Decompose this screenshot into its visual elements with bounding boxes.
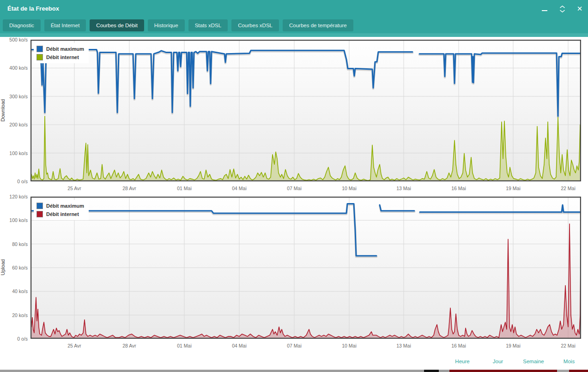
x-tick-label: 19 Mai <box>497 186 529 191</box>
window-edge-segment <box>424 370 439 372</box>
legend-label: Débit internet <box>46 54 79 60</box>
x-tick-label: 25 Avr <box>58 186 91 191</box>
tab-stats-xdsl[interactable]: Stats xDSL <box>188 19 228 31</box>
x-tick-label: 28 Avr <box>113 343 145 348</box>
legend-item: Débit maximum <box>36 45 84 53</box>
download-chart-svg <box>30 40 581 181</box>
x-tick-label: 04 Mai <box>223 186 255 191</box>
background-window-edge <box>0 370 588 372</box>
window-edge-segment <box>0 370 424 372</box>
tab-bar: DiagnosticÉtat InternetCourbes de DébitH… <box>0 18 588 33</box>
range-link-jour[interactable]: Jour <box>479 359 516 364</box>
upload-chart: Débit maximumDébit internet120 ko/s100 k… <box>0 197 588 354</box>
legend-label: Débit maximum <box>46 203 84 209</box>
upload-legend: Débit maximumDébit internet <box>34 200 89 220</box>
legend-item: Débit internet <box>36 53 84 61</box>
x-tick-label: 25 Avr <box>58 343 91 348</box>
window-title: État de la Freebox <box>7 0 59 18</box>
x-tick-label: 01 Mai <box>168 343 200 348</box>
tab-historique[interactable]: Historique <box>148 19 185 31</box>
x-tick-label: 01 Mai <box>168 186 200 191</box>
x-tick-label: 16 Mai <box>443 343 475 348</box>
legend-item: Débit internet <box>36 210 84 218</box>
restore-icon <box>559 6 565 12</box>
legend-item: Débit maximum <box>36 202 84 210</box>
window-controls: ✕ <box>541 0 583 18</box>
x-tick-label: 10 Mai <box>333 186 365 191</box>
maximize-button[interactable] <box>558 5 566 12</box>
y-tick-label: 500 ko/s <box>0 37 28 42</box>
y-tick-label: 20 ko/s <box>0 312 28 318</box>
download-axis-title: Download <box>0 96 6 124</box>
window-edge-segment <box>449 370 557 372</box>
legend-swatch-debit-internet <box>36 211 43 217</box>
download-plot-area: Débit maximumDébit internet <box>30 40 581 181</box>
upload-chart-svg <box>30 197 581 339</box>
tab-courbes-de-temperature[interactable]: Courbes de température <box>283 19 353 31</box>
x-tick-label: 13 Mai <box>388 343 420 348</box>
titlebar: État de la Freebox ✕ <box>0 0 588 18</box>
minimize-icon <box>542 10 547 11</box>
upload-plot-area: Débit maximumDébit internet <box>30 197 581 339</box>
tab-courbes-de-debit[interactable]: Courbes de Débit <box>90 19 144 31</box>
x-tick-label: 10 Mai <box>333 343 365 348</box>
download-legend: Débit maximumDébit internet <box>34 43 89 63</box>
x-tick-label: 04 Mai <box>223 343 255 348</box>
close-icon: ✕ <box>577 5 583 12</box>
window-edge-segment <box>569 370 588 372</box>
range-link-semaine[interactable]: Semaine <box>515 359 552 364</box>
minimize-button[interactable] <box>541 5 548 12</box>
window-edge-segment <box>439 370 449 372</box>
range-link-heure[interactable]: Heure <box>444 359 481 364</box>
y-tick-label: 100 ko/s <box>0 217 28 223</box>
range-link-mois[interactable]: Mois <box>551 359 588 364</box>
x-tick-label: 22 Mai <box>552 186 584 191</box>
legend-swatch-debit-internet <box>36 54 43 60</box>
tab-diagnostic[interactable]: Diagnostic <box>3 19 41 31</box>
x-tick-label: 22 Mai <box>552 343 584 348</box>
tab-courbes-xdsl[interactable]: Courbes xDSL <box>231 19 279 31</box>
x-tick-label: 19 Mai <box>497 343 529 348</box>
legend-label: Débit maximum <box>46 46 84 52</box>
time-range-links: HeureJourSemaineMois <box>0 359 588 366</box>
freebox-status-window: État de la Freebox ✕ DiagnosticÉtat Inte… <box>0 0 588 372</box>
close-button[interactable]: ✕ <box>576 5 583 12</box>
legend-swatch-debit-maximum <box>36 203 43 209</box>
legend-label: Débit internet <box>46 211 79 217</box>
tab-bar-accent-strip <box>0 33 588 37</box>
tab-etat-internet[interactable]: État Internet <box>44 19 86 31</box>
y-tick-label: 40 ko/s <box>0 288 28 294</box>
legend-swatch-debit-maximum <box>36 46 43 52</box>
x-tick-label: 13 Mai <box>388 186 420 191</box>
y-tick-label: 100 ko/s <box>0 150 28 156</box>
x-tick-label: 16 Mai <box>443 186 475 191</box>
x-tick-label: 07 Mai <box>278 186 310 191</box>
window-edge-segment <box>557 370 569 372</box>
y-tick-label: 0 o/s <box>0 179 28 184</box>
y-tick-label: 400 ko/s <box>0 65 28 71</box>
upload-axis-title: Upload <box>0 253 6 281</box>
y-tick-label: 0 o/s <box>0 336 28 342</box>
y-tick-label: 80 ko/s <box>0 241 28 247</box>
x-tick-label: 28 Avr <box>113 186 145 191</box>
y-tick-label: 120 ko/s <box>0 194 28 199</box>
download-chart: Débit maximumDébit internet500 ko/s400 k… <box>0 40 588 197</box>
x-tick-label: 07 Mai <box>278 343 310 348</box>
